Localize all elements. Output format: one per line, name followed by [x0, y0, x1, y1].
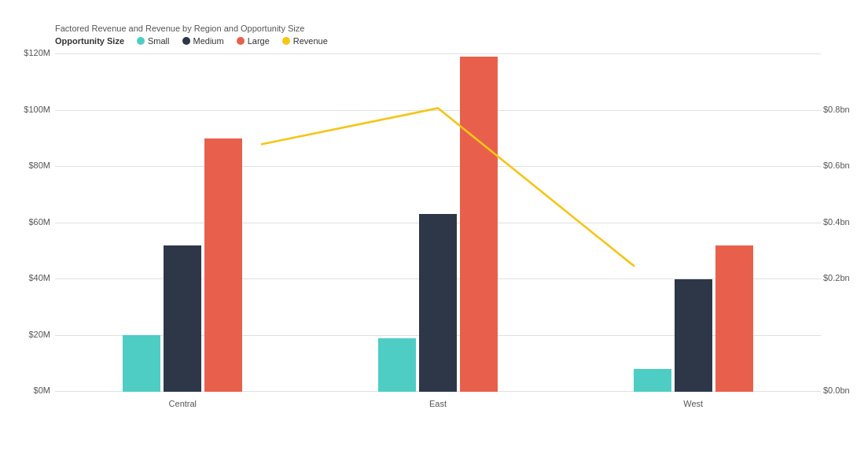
legend-opportunity-label: Opportunity Size [55, 36, 124, 46]
bar-west-small [634, 369, 671, 392]
legend-large: Large [237, 36, 270, 46]
large-dot [237, 37, 245, 45]
medium-dot [182, 37, 190, 45]
y-left-100: $100M [9, 105, 50, 114]
group-west [634, 245, 753, 392]
bar-east-medium [419, 214, 457, 392]
bar-west-large [715, 245, 753, 392]
legend-small: Small [137, 36, 170, 46]
revenue-dot [282, 37, 290, 45]
chart-area: $120M $100M $0.8bn $80M $0.6bn $60M $0.4… [55, 53, 821, 415]
group-east [378, 57, 498, 392]
legend-medium-label: Medium [193, 36, 224, 46]
bar-central-small [123, 335, 160, 392]
y-right-08b: $0.8bn [823, 105, 864, 114]
chart-container: Factored Revenue and Revenue by Region a… [0, 0, 868, 461]
legend-large-label: Large [248, 36, 270, 46]
bar-east-large [460, 57, 498, 392]
bar-central-medium [164, 245, 201, 392]
bars-area [55, 53, 821, 392]
y-left-0: $0M [9, 385, 50, 395]
legend-small-label: Small [148, 36, 170, 46]
x-label-east: East [375, 399, 501, 408]
bar-east-small [378, 338, 416, 392]
y-left-120: $120M [9, 48, 50, 57]
y-right-000: $0.0bn [823, 385, 864, 395]
y-right-02: $0.2bn [823, 273, 864, 282]
y-left-60: $60M [9, 217, 50, 227]
x-labels: Central East West [55, 392, 821, 415]
group-central [123, 138, 242, 393]
y-right-04: $0.4bn [823, 217, 864, 227]
bar-central-large [204, 138, 242, 393]
y-left-80: $80M [9, 160, 50, 170]
legend-medium: Medium [182, 36, 224, 46]
y-left-20: $20M [9, 330, 50, 339]
small-dot [137, 37, 145, 45]
y-right-06: $0.6bn [823, 160, 864, 170]
chart-title: Factored Revenue and Revenue by Region a… [55, 24, 821, 33]
x-label-west: West [631, 399, 756, 408]
legend-revenue: Revenue [282, 36, 328, 46]
x-label-central: Central [120, 399, 245, 408]
chart-legend: Opportunity Size Small Medium Large Reve… [55, 36, 821, 46]
legend-revenue-label: Revenue [293, 36, 328, 46]
y-left-40: $40M [9, 273, 50, 282]
bar-west-medium [675, 279, 712, 392]
